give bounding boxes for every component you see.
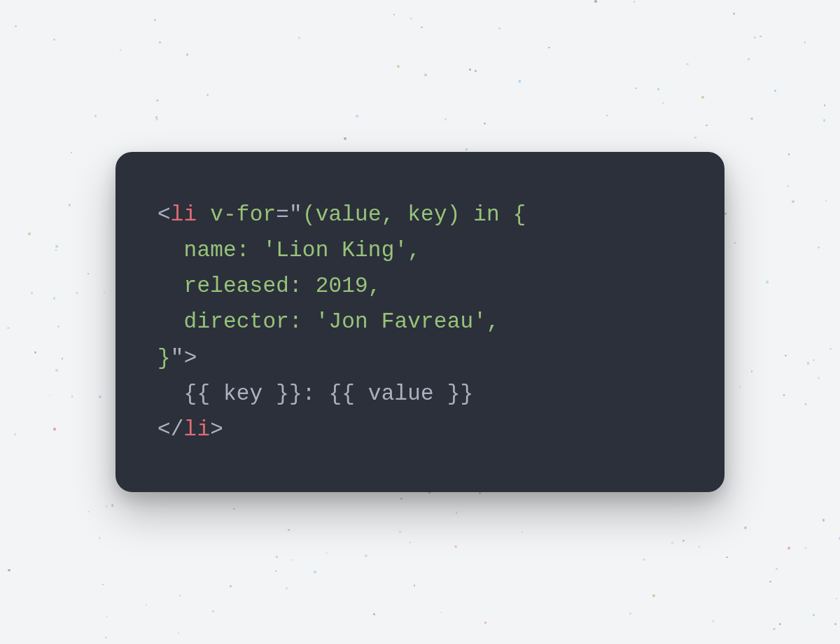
attribute-name: v-for [210, 202, 276, 227]
tag-name-close: li [184, 417, 211, 442]
code-snippet-card: <li v-for="(value, key) in { name: 'Lion… [115, 152, 724, 492]
closing-bracket-open: </ [158, 417, 184, 442]
angle-bracket-close: > [184, 346, 197, 370]
quote-open: " [289, 202, 302, 227]
template-body: {{ key }}: {{ value }} [158, 382, 473, 406]
quote-close: " [171, 346, 184, 370]
object-prop-director: director: 'Jon Favreau', [158, 309, 500, 334]
code-block: <li v-for="(value, key) in { name: 'Lion… [158, 197, 682, 447]
expression-start: (value, key) in { [302, 202, 526, 227]
equals-sign: = [276, 202, 289, 227]
object-prop-released: released: 2019, [158, 274, 382, 298]
tag-name-open: li [171, 202, 197, 227]
angle-bracket-open: < [158, 202, 171, 227]
space [197, 202, 210, 227]
object-close-brace: } [158, 346, 171, 370]
object-prop-name: name: 'Lion King', [158, 238, 421, 262]
closing-bracket-close: > [210, 417, 223, 442]
